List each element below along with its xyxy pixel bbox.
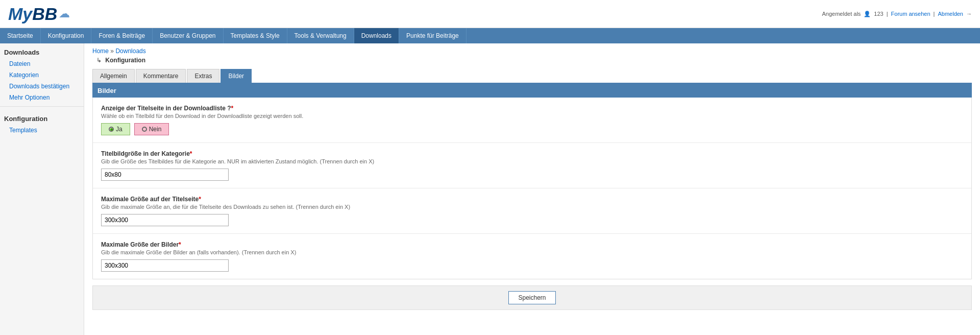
tab-extras[interactable]: Extras [187, 69, 219, 83]
field-max-image-size-desc: Gib die maximale Größe der Bilder an (fa… [101, 249, 963, 255]
tab-kommentare[interactable]: Kommentare [136, 69, 186, 83]
breadcrumb-downloads[interactable]: Downloads [115, 47, 145, 55]
separator1: | [887, 11, 888, 17]
user-icon: 👤 [864, 11, 871, 17]
section-header-bilder: Bilder [92, 84, 972, 98]
sidebar-item-dateien[interactable]: Dateien [0, 58, 84, 69]
breadcrumb-home[interactable]: Home [92, 47, 109, 55]
breadcrumb-sep1: » [110, 47, 115, 55]
username-display: 123 [874, 11, 883, 17]
required-star-2: * [190, 150, 192, 157]
breadcrumb-arrow: ↳ [96, 57, 102, 64]
sidebar-item-kategorien[interactable]: Kategorien [0, 69, 84, 81]
view-forum-link[interactable]: Forum ansehen [891, 11, 930, 17]
logo: MyBB☁ [8, 4, 70, 24]
form-block: Anzeige der Titelseite in der Downloadli… [92, 98, 972, 279]
input-title-page-size[interactable] [101, 214, 229, 226]
logo-cloud-icon: ☁ [59, 7, 70, 20]
field-title-image: Anzeige der Titelseite in der Downloadli… [93, 98, 971, 143]
field-title-page-size-desc: Gib die maximale Größe an, die für die T… [101, 204, 963, 210]
nav-punkte[interactable]: Punkte für Beiträge [399, 28, 467, 43]
field-category-size-desc: Gib die Größe des Titelbildes für die Ka… [101, 158, 963, 164]
nav-tools[interactable]: Tools & Verwaltung [287, 28, 354, 43]
tab-bilder[interactable]: Bilder [220, 69, 252, 83]
main-content: Home » Downloads ↳ Konfiguration Allgeme… [84, 43, 980, 335]
sidebar-item-downloads-bestaetigen[interactable]: Downloads bestätigen [0, 81, 84, 92]
field-max-image-size: Maximale Größe der Bilder* Gib die maxim… [93, 234, 971, 279]
input-category-size[interactable] [101, 169, 229, 181]
logo-bb: BB [32, 4, 57, 24]
field-max-image-size-label: Maximale Größe der Bilder* [101, 241, 963, 248]
nav-downloads[interactable]: Downloads [354, 28, 399, 43]
radio-no-dot [142, 127, 147, 132]
header-right: Angemeldet als 👤 123 | Forum ansehen | A… [822, 11, 972, 17]
logo-my: My [8, 4, 32, 24]
field-title-image-desc: Wähle ob ein Titelbild für den Download … [101, 113, 963, 119]
radio-yes-label: Ja [116, 126, 122, 133]
tab-allgemein[interactable]: Allgemein [92, 69, 135, 83]
navbar: Startseite Konfiguration Foren & Beiträg… [0, 28, 980, 43]
radio-yes-dot [109, 127, 114, 132]
radio-group-title-image: Ja Nein [101, 123, 963, 135]
field-title-image-label: Anzeige der Titelseite in der Downloadli… [101, 105, 963, 112]
field-category-size: Titelbildgröße in der Kategorie* Gib die… [93, 143, 971, 188]
breadcrumb-sub-label: Konfiguration [105, 57, 145, 64]
sidebar-item-templates[interactable]: Templates [0, 125, 84, 136]
sidebar-divider [0, 106, 84, 107]
header: MyBB☁ Angemeldet als 👤 123 | Forum anseh… [0, 0, 980, 28]
nav-templates-style[interactable]: Templates & Style [224, 28, 287, 43]
breadcrumb: Home » Downloads [92, 47, 972, 55]
field-title-page-size: Maximale Größe auf der Titelseite* Gib d… [93, 188, 971, 234]
required-star-3: * [199, 196, 201, 203]
required-star: * [231, 105, 234, 112]
sidebar-item-mehr-optionen[interactable]: Mehr Optionen [0, 92, 84, 103]
logged-in-label: Angemeldet als [822, 11, 861, 17]
radio-no[interactable]: Nein [134, 123, 169, 135]
layout: Downloads Dateien Kategorien Downloads b… [0, 43, 980, 335]
radio-no-label: Nein [149, 126, 162, 133]
sidebar-section-downloads: Downloads [0, 43, 84, 58]
field-category-size-label: Titelbildgröße in der Kategorie* [101, 150, 963, 157]
nav-konfiguration[interactable]: Konfiguration [41, 28, 92, 43]
sidebar: Downloads Dateien Kategorien Downloads b… [0, 43, 84, 335]
radio-yes[interactable]: Ja [101, 123, 130, 135]
required-star-4: * [179, 241, 181, 248]
input-max-image-size[interactable] [101, 259, 229, 272]
nav-foren[interactable]: Foren & Beiträge [91, 28, 153, 43]
separator2: | [934, 11, 935, 17]
field-title-page-size-label: Maximale Größe auf der Titelseite* [101, 196, 963, 203]
form-footer: Speichern [92, 285, 972, 310]
nav-startseite[interactable]: Startseite [0, 28, 41, 43]
logout-icon: → [966, 11, 972, 17]
tabs-container: Allgemein Kommentare Extras Bilder [92, 69, 972, 84]
breadcrumb-sub: ↳ Konfiguration [92, 57, 972, 64]
save-button[interactable]: Speichern [508, 291, 555, 304]
logout-link[interactable]: Abmelden [938, 11, 963, 17]
sidebar-section-konfiguration: Konfiguration [0, 110, 84, 125]
nav-benutzer[interactable]: Benutzer & Gruppen [153, 28, 223, 43]
